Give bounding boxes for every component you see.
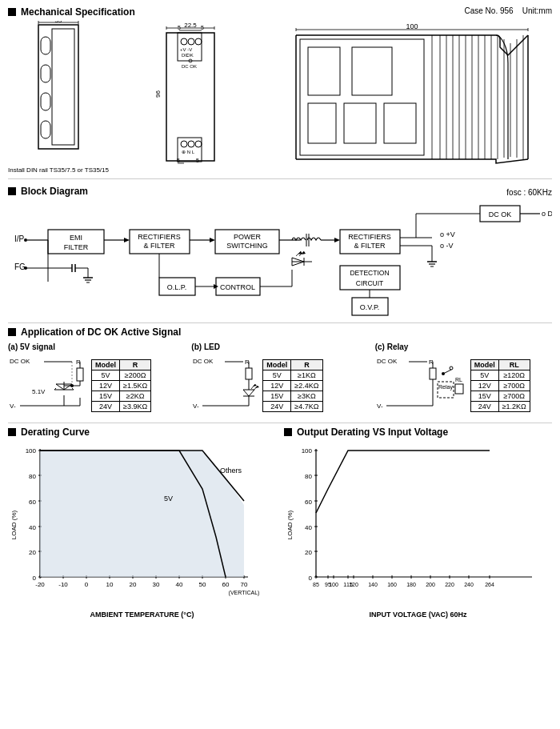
signal-a-svg: DC OK R <box>8 354 88 418</box>
svg-text:5: 5 <box>177 158 180 163</box>
svg-text:LOAD (%): LOAD (%) <box>10 510 18 539</box>
svg-text:RECTIFIERS: RECTIFIERS <box>138 233 181 241</box>
svg-text:CONTROL: CONTROL <box>220 283 255 291</box>
svg-text:5: 5 <box>201 25 204 30</box>
heatsink-svg: 100 <box>272 23 552 171</box>
svg-text:⊕ N L: ⊕ N L <box>182 150 195 154</box>
curves-section: Derating Curve LOAD (%) 0 20 40 60 80 10… <box>8 427 552 619</box>
svg-text:I/P: I/P <box>14 234 25 243</box>
svg-text:LOAD (%): LOAD (%) <box>286 510 294 539</box>
svg-text:40: 40 <box>29 524 36 531</box>
svg-text:120: 120 <box>349 582 358 587</box>
svg-rect-5 <box>52 29 74 145</box>
section-icon-2 <box>8 187 16 195</box>
case-number: Case No. 956 <box>464 6 513 15</box>
svg-text:FG: FG <box>14 262 26 271</box>
mech-spec-title: Mechanical Specification <box>8 6 135 18</box>
dc-ok-signals: (a) 5V signal DC OK R <box>8 342 552 418</box>
signal-label-b: (b) LED <box>191 342 368 351</box>
svg-text:o DC OK: o DC OK <box>542 210 552 218</box>
svg-text:85: 85 <box>313 582 319 587</box>
svg-point-184 <box>450 367 453 370</box>
derating-x-label: AMBIENT TEMPERATURE (°C) <box>8 611 276 619</box>
svg-text:DC OK: DC OK <box>377 358 398 365</box>
svg-text:220: 220 <box>445 582 454 587</box>
svg-point-65 <box>24 238 27 242</box>
svg-text:-20: -20 <box>35 581 45 588</box>
svg-text:180: 180 <box>406 582 416 587</box>
svg-text:O.V.P.: O.V.P. <box>360 303 380 311</box>
case-info: Case No. 956 Unit:mm <box>464 6 552 15</box>
svg-text:5.1V: 5.1V <box>32 388 46 395</box>
svg-marker-78 <box>210 238 215 242</box>
svg-text:V-: V- <box>10 403 16 410</box>
svg-rect-62 <box>344 103 376 143</box>
svg-text:(VERTICAL): (VERTICAL) <box>229 590 260 596</box>
svg-text:10: 10 <box>106 581 114 588</box>
output-derating-container: Output Derating VS Input Voltage LOAD (%… <box>284 427 552 619</box>
svg-text:200: 200 <box>426 582 435 587</box>
section-icon-5 <box>284 428 292 436</box>
svg-marker-86 <box>334 238 340 242</box>
svg-text:80: 80 <box>305 473 312 480</box>
svg-marker-73 <box>124 238 130 242</box>
svg-text:DETECTION: DETECTION <box>350 269 389 277</box>
svg-text:20: 20 <box>305 549 312 556</box>
svg-text:140: 140 <box>368 582 378 587</box>
svg-point-31 <box>188 141 194 147</box>
mech-title-text: Mechanical Specification <box>21 6 135 18</box>
svg-text:70: 70 <box>241 581 248 588</box>
mechanical-spec-section: Mechanical Specification Case No. 956 Un… <box>8 6 552 179</box>
svg-point-20 <box>181 38 187 45</box>
svg-rect-181 <box>455 384 463 394</box>
svg-rect-63 <box>384 103 416 143</box>
unit-label: Unit:mm <box>522 6 552 15</box>
svg-text:POWER: POWER <box>234 233 262 241</box>
svg-text:Others: Others <box>220 467 242 475</box>
block-diagram-section: Block Diagram fosc : 60KHz I/P FG EMI FI… <box>8 182 552 323</box>
svg-point-21 <box>188 38 194 45</box>
svg-text:0: 0 <box>309 575 313 582</box>
signal-label-a: (a) 5V signal <box>8 342 185 351</box>
table-c: ModelRL 5V≥120Ω 12V≥700Ω 15V≥700Ω 24V≥1.… <box>470 359 530 412</box>
dc-ok-section: Application of DC OK Active Signal (a) 5… <box>8 326 552 423</box>
svg-rect-140 <box>77 368 83 381</box>
svg-text:V-: V- <box>193 403 199 410</box>
svg-point-30 <box>181 141 187 147</box>
section-icon-3 <box>8 328 16 336</box>
signal-content-b: DC OK R <box>191 354 368 418</box>
svg-text:& FILTER: & FILTER <box>144 242 175 250</box>
derating-title-text: Derating Curve <box>21 427 90 438</box>
signal-group-a: (a) 5V signal DC OK R <box>8 342 185 418</box>
svg-text:EMI: EMI <box>70 234 82 242</box>
svg-text:& FILTER: & FILTER <box>354 242 386 250</box>
signal-content-a: DC OK R <box>8 354 185 418</box>
svg-text:40: 40 <box>305 524 312 531</box>
svg-text:160: 160 <box>387 582 397 587</box>
signal-c-svg: DC OK R Relay RL <box>375 354 467 418</box>
svg-rect-4 <box>41 121 50 138</box>
front-view-drawing: 22.5 5 5 +V -V DC <box>142 22 238 174</box>
svg-rect-2 <box>41 65 50 82</box>
svg-text:RECTIFIERS: RECTIFIERS <box>348 233 391 241</box>
svg-text:CIRCUIT: CIRCUIT <box>356 279 383 287</box>
svg-text:20: 20 <box>29 549 36 556</box>
svg-text:o -V: o -V <box>440 242 454 250</box>
svg-text:5: 5 <box>178 25 181 30</box>
svg-text:50: 50 <box>199 581 206 588</box>
din-rail-note: Install DIN rail TS35/7.5 or TS35/15 <box>8 166 109 174</box>
table-a: ModelR 5V≥200Ω 12V≥1.5KΩ 15V≥2KΩ 24V≥3.9… <box>91 359 151 412</box>
section-icon <box>8 8 16 16</box>
svg-text:5: 5 <box>196 158 199 163</box>
svg-text:40: 40 <box>176 581 183 588</box>
svg-text:240: 240 <box>464 582 474 587</box>
fosc-label: fosc : 60KHz <box>506 188 552 197</box>
svg-text:DC OK: DC OK <box>10 358 30 365</box>
svg-text:80: 80 <box>29 473 36 480</box>
svg-text:DC OK: DC OK <box>193 358 214 365</box>
output-derating-title: Output Derating VS Input Voltage <box>284 427 552 438</box>
svg-text:-10: -10 <box>58 581 68 588</box>
signal-b-svg: DC OK R <box>191 354 259 418</box>
svg-point-32 <box>195 141 202 147</box>
svg-marker-223 <box>40 451 244 577</box>
